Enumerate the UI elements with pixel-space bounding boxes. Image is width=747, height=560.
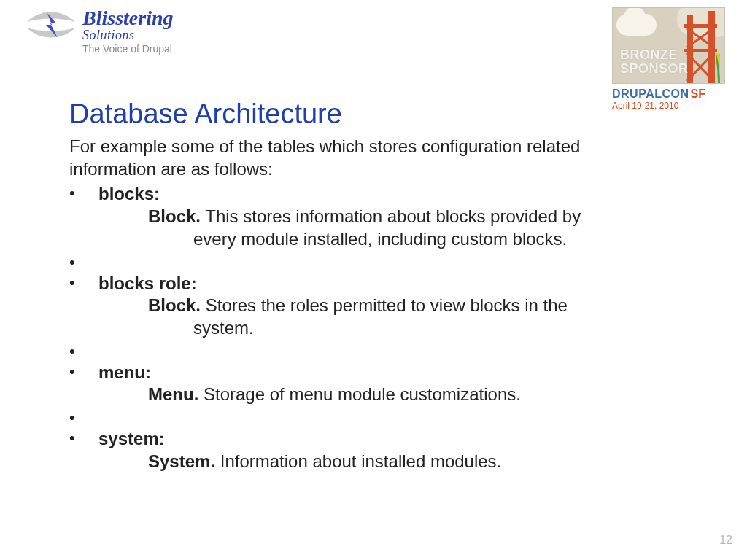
- logo-text: Blisstering Solutions The Voice of Drupa…: [82, 7, 173, 55]
- page-number: 12: [719, 534, 732, 547]
- list-item: system: System. Information about instal…: [69, 428, 631, 472]
- spacer: [69, 408, 631, 427]
- cloud-icon: [616, 14, 657, 36]
- list-item: blocks: Block. This stores information a…: [69, 183, 631, 250]
- list-item: menu: Menu. Storage of menu module custo…: [69, 362, 631, 406]
- svg-rect-1: [708, 11, 715, 84]
- spacer: [69, 252, 631, 271]
- item-desc-cont: every module installed, including custom…: [193, 228, 631, 251]
- logo-subtitle: Solutions: [82, 28, 173, 42]
- logo-tagline: The Voice of Drupal: [82, 44, 173, 55]
- item-subject: Menu.: [148, 384, 198, 404]
- bullet-list: blocks: Block. This stores information a…: [69, 183, 631, 472]
- conference-date: April 19-21, 2010: [612, 101, 725, 111]
- item-subject: Block.: [148, 206, 201, 226]
- intro-text: For example some of the tables which sto…: [69, 136, 631, 180]
- logo-title: Blisstering: [82, 7, 173, 28]
- item-subject: System.: [148, 451, 215, 471]
- item-label: blocks role:: [98, 273, 197, 293]
- item-desc: This stores information about blocks pro…: [201, 206, 581, 226]
- spacer: [69, 341, 631, 360]
- item-desc: Storage of menu module customizations.: [198, 384, 521, 404]
- sponsor-text: BRONZE SPONSOR: [620, 48, 689, 76]
- sponsor-badge: BRONZE SPONSOR: [612, 7, 725, 84]
- svg-rect-3: [684, 49, 717, 52]
- conference-info: DRUPALCONSF April 19-21, 2010: [612, 88, 725, 111]
- item-desc: Information about installed modules.: [215, 451, 501, 471]
- item-desc: Stores the roles permitted to view block…: [201, 295, 568, 315]
- slide-title: Database Architecture: [69, 98, 342, 130]
- item-label: menu:: [98, 362, 151, 382]
- conference-name: DRUPALCON: [612, 88, 689, 100]
- item-label: blocks:: [98, 184, 160, 203]
- brand-logo: Blisstering Solutions The Voice of Drupa…: [26, 7, 173, 55]
- item-label: system:: [98, 429, 165, 448]
- sponsor-line1: BRONZE: [620, 48, 689, 62]
- slide-body: For example some of the tables which sto…: [69, 136, 631, 473]
- item-subject: Block.: [148, 295, 201, 315]
- svg-rect-2: [684, 24, 717, 28]
- conference-city: SF: [691, 88, 705, 100]
- list-item: blocks role: Block. Stores the roles per…: [69, 273, 631, 340]
- item-desc-cont: system.: [193, 317, 631, 340]
- logo-swoosh-icon: [26, 7, 77, 44]
- sponsor-line2: SPONSOR: [620, 62, 689, 76]
